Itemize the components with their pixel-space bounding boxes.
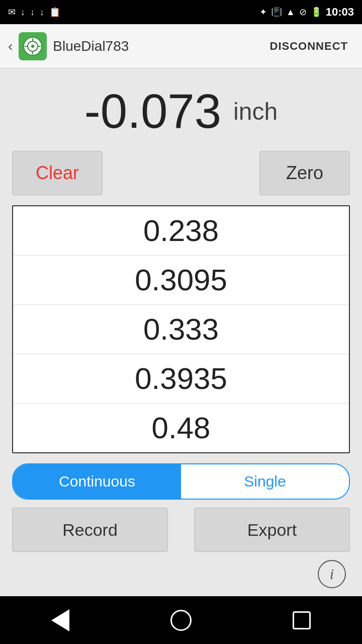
vibrate-icon: 📳 <box>271 7 282 18</box>
list-item: 0.333 <box>13 305 349 354</box>
status-time: 10:03 <box>326 6 354 19</box>
nav-back-button[interactable] <box>45 605 75 635</box>
app-icon <box>19 32 47 60</box>
bluetooth-icon: ✦ <box>259 7 267 18</box>
download-icon-1: ↓ <box>21 7 25 18</box>
zero-button[interactable]: Zero <box>259 151 350 195</box>
signal-icon: ⊘ <box>299 7 307 18</box>
status-icons-right: ✦ 📳 ▲ ⊘ 🔋 10:03 <box>259 6 354 19</box>
action-row: Record Export <box>12 508 350 552</box>
mode-toggle[interactable]: Continuous Single <box>12 463 350 500</box>
status-icons-left: ✉ ↓ ↓ ↓ 📋 <box>8 7 60 18</box>
data-list: 0.238 0.3095 0.333 0.3935 0.48 <box>12 205 350 453</box>
nav-home-button[interactable] <box>166 605 196 635</box>
measurement-area: -0.073 inch <box>12 84 350 139</box>
nav-recents-button[interactable] <box>287 605 317 635</box>
battery-icon: 🔋 <box>311 7 322 18</box>
wifi-icon: ▲ <box>286 7 295 18</box>
measurement-unit: inch <box>233 98 278 125</box>
buttons-row: Clear Zero <box>12 151 350 195</box>
title-bar: ‹ BlueDial783 DISCONNECT <box>0 24 362 68</box>
home-circle-icon <box>170 610 192 631</box>
app-title: BlueDial783 <box>53 38 263 54</box>
measurement-value: -0.073 <box>84 84 221 139</box>
download-icon-2: ↓ <box>30 7 35 18</box>
download-icon-3: ↓ <box>40 7 44 18</box>
status-bar: ✉ ↓ ↓ ↓ 📋 ✦ 📳 ▲ ⊘ 🔋 10:03 <box>0 0 362 24</box>
info-icon[interactable]: i <box>318 560 346 588</box>
continuous-toggle[interactable]: Continuous <box>13 464 181 499</box>
email-icon: ✉ <box>8 7 16 18</box>
info-area: i <box>12 560 350 588</box>
recents-square-icon <box>293 611 311 629</box>
clear-button[interactable]: Clear <box>12 151 103 195</box>
export-button[interactable]: Export <box>194 508 350 552</box>
back-triangle-icon <box>51 609 69 631</box>
back-arrow-icon[interactable]: ‹ <box>8 38 13 54</box>
record-button[interactable]: Record <box>12 508 168 552</box>
clipboard-icon: 📋 <box>49 7 60 18</box>
dial-icon <box>23 36 43 56</box>
list-item: 0.238 <box>13 206 349 256</box>
list-item: 0.3935 <box>13 354 349 404</box>
single-toggle[interactable]: Single <box>181 464 349 499</box>
svg-point-2 <box>31 45 34 48</box>
list-item: 0.3095 <box>13 256 349 305</box>
main-content: -0.073 inch Clear Zero 0.238 0.3095 0.33… <box>0 68 362 596</box>
list-item: 0.48 <box>13 404 349 452</box>
disconnect-button[interactable]: DISCONNECT <box>264 36 354 57</box>
nav-bar <box>0 596 362 644</box>
